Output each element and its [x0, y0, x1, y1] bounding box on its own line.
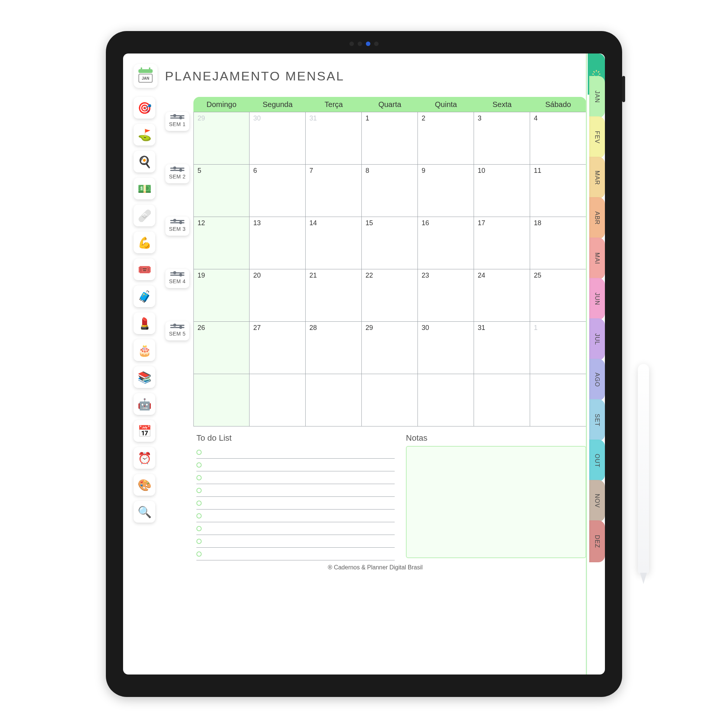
- day-cell[interactable]: 16: [418, 217, 474, 269]
- month-tab-mai[interactable]: MAI: [589, 237, 605, 280]
- day-cell[interactable]: 31: [306, 112, 362, 164]
- month-tab-nov[interactable]: NOV: [589, 480, 605, 522]
- day-cell[interactable]: 6: [249, 164, 306, 217]
- day-cell[interactable]: 12: [193, 217, 249, 269]
- todo-line[interactable]: [196, 522, 395, 535]
- birthday-icon[interactable]: 🎂: [133, 339, 155, 361]
- week-button-4[interactable]: SEM 4: [165, 269, 189, 288]
- day-cell[interactable]: 30: [249, 112, 306, 164]
- day-cell[interactable]: 31: [474, 321, 530, 374]
- day-cell[interactable]: 5: [193, 164, 249, 217]
- medical-kit-icon[interactable]: 🩹: [133, 205, 155, 226]
- robot-icon[interactable]: 🤖: [133, 393, 155, 415]
- checkbox-circle-icon[interactable]: [196, 500, 202, 506]
- travel-icon[interactable]: 🧳: [133, 286, 155, 307]
- day-cell[interactable]: 30: [418, 321, 474, 374]
- month-tab-out[interactable]: OUT: [589, 440, 605, 482]
- day-cell[interactable]: 23: [418, 269, 474, 321]
- checkbox-circle-icon[interactable]: [196, 475, 202, 480]
- day-cell[interactable]: [249, 374, 306, 426]
- todo-line[interactable]: [196, 484, 395, 497]
- month-tab-set[interactable]: SET: [589, 399, 605, 441]
- calendar-heart-icon[interactable]: 📅: [133, 420, 155, 442]
- todo-line[interactable]: [196, 471, 395, 484]
- flag-route-icon[interactable]: ⛳: [133, 124, 155, 145]
- day-cell[interactable]: 1: [362, 112, 418, 164]
- day-cell[interactable]: 4: [530, 112, 586, 164]
- todo-line[interactable]: [196, 548, 395, 560]
- day-cell[interactable]: 17: [474, 217, 530, 269]
- week-button-3[interactable]: SEM 3: [165, 217, 189, 236]
- alarm-calendar-icon[interactable]: ⏰: [133, 447, 155, 469]
- day-cell[interactable]: 27: [249, 321, 306, 374]
- month-tab-dez[interactable]: DEZ: [589, 520, 605, 562]
- day-cell[interactable]: 19: [193, 269, 249, 321]
- calendar-search-icon[interactable]: 🔍: [133, 501, 155, 523]
- checkbox-circle-icon[interactable]: [196, 450, 202, 455]
- day-cell[interactable]: 26: [193, 321, 249, 374]
- checkbox-circle-icon[interactable]: [196, 551, 202, 557]
- week-button-1[interactable]: SEM 1: [165, 112, 189, 131]
- day-cell[interactable]: 10: [474, 164, 530, 217]
- day-cell[interactable]: [306, 374, 362, 426]
- day-cell[interactable]: 2: [418, 112, 474, 164]
- calendar-month-icon[interactable]: JAN: [133, 64, 158, 88]
- days-of-week-header: DomingoSegundaTerçaQuartaQuintaSextaSába…: [193, 97, 586, 112]
- day-cell[interactable]: 7: [306, 164, 362, 217]
- search-cook-icon[interactable]: 🍳: [133, 151, 155, 173]
- day-cell[interactable]: 3: [474, 112, 530, 164]
- day-cell[interactable]: 1: [530, 321, 586, 374]
- dow-header: Domingo: [193, 97, 249, 112]
- month-tab-mar[interactable]: MAR: [589, 157, 605, 199]
- dow-header: Quarta: [362, 97, 418, 112]
- checkbox-circle-icon[interactable]: [196, 539, 202, 544]
- todo-line[interactable]: [196, 459, 395, 471]
- day-cell[interactable]: 20: [249, 269, 306, 321]
- day-cell[interactable]: [418, 374, 474, 426]
- tickets-icon[interactable]: 🎟️: [133, 258, 155, 280]
- notes-box[interactable]: [406, 446, 586, 558]
- money-hand-icon[interactable]: 💵: [133, 178, 155, 199]
- sliders-icon: [170, 324, 184, 329]
- day-cell[interactable]: [530, 374, 586, 426]
- day-cell[interactable]: 15: [362, 217, 418, 269]
- day-cell[interactable]: [193, 374, 249, 426]
- day-cell[interactable]: 18: [530, 217, 586, 269]
- day-cell[interactable]: 29: [362, 321, 418, 374]
- day-cell[interactable]: 9: [418, 164, 474, 217]
- day-cell[interactable]: 8: [362, 164, 418, 217]
- day-cell[interactable]: 24: [474, 269, 530, 321]
- books-icon[interactable]: 📚: [133, 366, 155, 388]
- checkbox-circle-icon[interactable]: [196, 513, 202, 518]
- month-tab-ago[interactable]: AGO: [589, 359, 605, 401]
- month-tab-abr[interactable]: ABR: [589, 197, 605, 239]
- checkbox-circle-icon[interactable]: [196, 488, 202, 493]
- todo-line[interactable]: [196, 509, 395, 522]
- todo-line[interactable]: [196, 497, 395, 509]
- day-cell[interactable]: 28: [306, 321, 362, 374]
- month-tab-fev[interactable]: FEV: [589, 116, 605, 158]
- day-cell[interactable]: 14: [306, 217, 362, 269]
- month-tab-jan[interactable]: JAN: [589, 76, 605, 118]
- month-tab-jul[interactable]: JUL: [589, 318, 605, 360]
- day-cell[interactable]: 21: [306, 269, 362, 321]
- todo-title: To do List: [196, 433, 395, 443]
- color-wheel-icon[interactable]: 🎨: [133, 474, 155, 496]
- week-button-5[interactable]: SEM 5: [165, 321, 189, 340]
- day-cell[interactable]: [362, 374, 418, 426]
- month-tab-jun[interactable]: JUN: [589, 278, 605, 320]
- todo-line[interactable]: [196, 535, 395, 548]
- fitness-icon[interactable]: 💪: [133, 232, 155, 253]
- day-cell[interactable]: [474, 374, 530, 426]
- beauty-icon[interactable]: 💄: [133, 312, 155, 334]
- day-cell[interactable]: 11: [530, 164, 586, 217]
- checkbox-circle-icon[interactable]: [196, 526, 202, 531]
- todo-line[interactable]: [196, 446, 395, 459]
- target-icon[interactable]: 🎯: [133, 97, 155, 119]
- day-cell[interactable]: 29: [193, 112, 249, 164]
- checkbox-circle-icon[interactable]: [196, 462, 202, 468]
- week-button-2[interactable]: SEM 2: [165, 164, 189, 183]
- day-cell[interactable]: 25: [530, 269, 586, 321]
- day-cell[interactable]: 22: [362, 269, 418, 321]
- day-cell[interactable]: 13: [249, 217, 306, 269]
